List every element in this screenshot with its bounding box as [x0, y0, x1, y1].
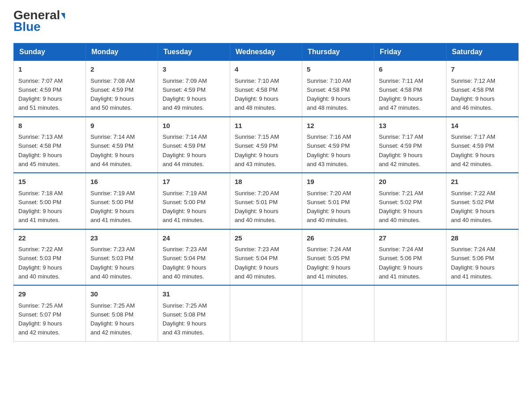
day-info: Sunrise: 7:25 AMSunset: 5:08 PMDaylight:… — [163, 302, 207, 336]
calendar-week-row: 29Sunrise: 7:25 AMSunset: 5:07 PMDayligh… — [14, 285, 519, 341]
day-info: Sunrise: 7:23 AMSunset: 5:04 PMDaylight:… — [235, 246, 279, 280]
calendar-cell: 24Sunrise: 7:23 AMSunset: 5:04 PMDayligh… — [158, 229, 230, 286]
calendar-cell: 19Sunrise: 7:20 AMSunset: 5:01 PMDayligh… — [302, 173, 374, 229]
calendar-cell: 27Sunrise: 7:24 AMSunset: 5:06 PMDayligh… — [374, 229, 446, 286]
day-info: Sunrise: 7:24 AMSunset: 5:06 PMDaylight:… — [451, 246, 495, 280]
day-number: 2 — [90, 64, 153, 75]
day-info: Sunrise: 7:14 AMSunset: 4:59 PMDaylight:… — [163, 133, 207, 167]
day-number: 18 — [235, 177, 297, 187]
day-number: 30 — [90, 289, 153, 300]
calendar-cell: 13Sunrise: 7:17 AMSunset: 4:59 PMDayligh… — [374, 117, 446, 173]
day-info: Sunrise: 7:09 AMSunset: 4:59 PMDaylight:… — [163, 77, 207, 111]
calendar-cell — [302, 285, 374, 341]
day-number: 4 — [235, 64, 297, 75]
day-info: Sunrise: 7:25 AMSunset: 5:08 PMDaylight:… — [90, 302, 135, 336]
day-info: Sunrise: 7:13 AMSunset: 4:58 PMDaylight:… — [18, 133, 63, 167]
day-number: 17 — [163, 177, 225, 187]
day-info: Sunrise: 7:21 AMSunset: 5:02 PMDaylight:… — [379, 190, 423, 224]
calendar-cell: 17Sunrise: 7:19 AMSunset: 5:00 PMDayligh… — [158, 173, 230, 229]
day-number: 11 — [235, 121, 297, 131]
logo-triangle-icon — [61, 13, 65, 19]
calendar-cell: 10Sunrise: 7:14 AMSunset: 4:59 PMDayligh… — [158, 117, 230, 173]
day-info: Sunrise: 7:08 AMSunset: 4:59 PMDaylight:… — [90, 77, 135, 111]
calendar-cell: 2Sunrise: 7:08 AMSunset: 4:59 PMDaylight… — [86, 61, 158, 117]
calendar-week-row: 22Sunrise: 7:22 AMSunset: 5:03 PMDayligh… — [14, 229, 519, 286]
calendar-cell: 1Sunrise: 7:07 AMSunset: 4:59 PMDaylight… — [14, 61, 86, 117]
calendar-cell: 20Sunrise: 7:21 AMSunset: 5:02 PMDayligh… — [374, 173, 446, 229]
calendar-cell: 29Sunrise: 7:25 AMSunset: 5:07 PMDayligh… — [14, 285, 86, 341]
calendar-cell: 23Sunrise: 7:23 AMSunset: 5:03 PMDayligh… — [86, 229, 158, 286]
calendar-cell: 11Sunrise: 7:15 AMSunset: 4:59 PMDayligh… — [230, 117, 302, 173]
logo-text-line2: Blue — [13, 20, 41, 34]
calendar-table: SundayMondayTuesdayWednesdayThursdayFrid… — [13, 43, 519, 342]
day-number: 6 — [379, 64, 442, 75]
day-number: 16 — [90, 177, 153, 187]
day-number: 15 — [18, 177, 81, 187]
day-info: Sunrise: 7:07 AMSunset: 4:59 PMDaylight:… — [18, 77, 63, 111]
day-number: 9 — [90, 121, 153, 131]
calendar-cell: 21Sunrise: 7:22 AMSunset: 5:02 PMDayligh… — [446, 173, 519, 229]
day-number: 25 — [235, 233, 297, 244]
day-info: Sunrise: 7:19 AMSunset: 5:00 PMDaylight:… — [163, 190, 207, 224]
calendar-cell — [446, 285, 519, 341]
column-header-sunday: Sunday — [14, 43, 86, 61]
page-header: General Blue — [13, 9, 519, 34]
calendar-cell: 14Sunrise: 7:17 AMSunset: 4:59 PMDayligh… — [446, 117, 519, 173]
day-info: Sunrise: 7:11 AMSunset: 4:58 PMDaylight:… — [379, 77, 423, 111]
day-number: 12 — [307, 121, 369, 131]
calendar-cell: 16Sunrise: 7:19 AMSunset: 5:00 PMDayligh… — [86, 173, 158, 229]
calendar-cell: 8Sunrise: 7:13 AMSunset: 4:58 PMDaylight… — [14, 117, 86, 173]
column-header-wednesday: Wednesday — [230, 43, 302, 61]
day-number: 10 — [163, 121, 225, 131]
logo: General Blue — [13, 9, 65, 34]
calendar-week-row: 8Sunrise: 7:13 AMSunset: 4:58 PMDaylight… — [14, 117, 519, 173]
calendar-week-row: 15Sunrise: 7:18 AMSunset: 5:00 PMDayligh… — [14, 173, 519, 229]
day-info: Sunrise: 7:10 AMSunset: 4:58 PMDaylight:… — [235, 77, 279, 111]
calendar-cell: 26Sunrise: 7:24 AMSunset: 5:05 PMDayligh… — [302, 229, 374, 286]
day-number: 1 — [18, 64, 81, 75]
calendar-cell: 22Sunrise: 7:22 AMSunset: 5:03 PMDayligh… — [14, 229, 86, 286]
day-number: 27 — [379, 233, 442, 244]
day-number: 13 — [379, 121, 442, 131]
day-number: 21 — [451, 177, 514, 187]
calendar-cell: 12Sunrise: 7:16 AMSunset: 4:59 PMDayligh… — [302, 117, 374, 173]
day-number: 23 — [90, 233, 153, 244]
day-number: 7 — [451, 64, 514, 75]
calendar-cell: 30Sunrise: 7:25 AMSunset: 5:08 PMDayligh… — [86, 285, 158, 341]
calendar-cell: 28Sunrise: 7:24 AMSunset: 5:06 PMDayligh… — [446, 229, 519, 286]
day-number: 28 — [451, 233, 514, 244]
day-info: Sunrise: 7:25 AMSunset: 5:07 PMDaylight:… — [18, 302, 63, 336]
day-number: 24 — [163, 233, 225, 244]
calendar-cell: 7Sunrise: 7:12 AMSunset: 4:58 PMDaylight… — [446, 61, 519, 117]
day-info: Sunrise: 7:20 AMSunset: 5:01 PMDaylight:… — [235, 190, 279, 224]
calendar-cell — [230, 285, 302, 341]
day-number: 19 — [307, 177, 369, 187]
day-number: 3 — [163, 64, 225, 75]
day-info: Sunrise: 7:22 AMSunset: 5:02 PMDaylight:… — [451, 190, 495, 224]
day-info: Sunrise: 7:16 AMSunset: 4:59 PMDaylight:… — [307, 133, 351, 167]
day-info: Sunrise: 7:17 AMSunset: 4:59 PMDaylight:… — [451, 133, 495, 167]
day-number: 22 — [18, 233, 81, 244]
day-number: 31 — [163, 289, 225, 300]
day-number: 14 — [451, 121, 514, 131]
day-info: Sunrise: 7:14 AMSunset: 4:59 PMDaylight:… — [90, 133, 135, 167]
calendar-cell: 31Sunrise: 7:25 AMSunset: 5:08 PMDayligh… — [158, 285, 230, 341]
calendar-week-row: 1Sunrise: 7:07 AMSunset: 4:59 PMDaylight… — [14, 61, 519, 117]
day-info: Sunrise: 7:23 AMSunset: 5:03 PMDaylight:… — [90, 246, 135, 280]
day-number: 29 — [18, 289, 81, 300]
day-number: 26 — [307, 233, 369, 244]
column-header-friday: Friday — [374, 43, 446, 61]
day-info: Sunrise: 7:18 AMSunset: 5:00 PMDaylight:… — [18, 190, 63, 224]
calendar-cell: 4Sunrise: 7:10 AMSunset: 4:58 PMDaylight… — [230, 61, 302, 117]
day-info: Sunrise: 7:24 AMSunset: 5:05 PMDaylight:… — [307, 246, 351, 280]
day-info: Sunrise: 7:24 AMSunset: 5:06 PMDaylight:… — [379, 246, 423, 280]
day-number: 5 — [307, 64, 369, 75]
calendar-cell: 15Sunrise: 7:18 AMSunset: 5:00 PMDayligh… — [14, 173, 86, 229]
calendar-cell: 3Sunrise: 7:09 AMSunset: 4:59 PMDaylight… — [158, 61, 230, 117]
day-info: Sunrise: 7:20 AMSunset: 5:01 PMDaylight:… — [307, 190, 351, 224]
calendar-cell: 9Sunrise: 7:14 AMSunset: 4:59 PMDaylight… — [86, 117, 158, 173]
column-header-thursday: Thursday — [302, 43, 374, 61]
day-info: Sunrise: 7:12 AMSunset: 4:58 PMDaylight:… — [451, 77, 495, 111]
day-number: 8 — [18, 121, 81, 131]
day-number: 20 — [379, 177, 442, 187]
